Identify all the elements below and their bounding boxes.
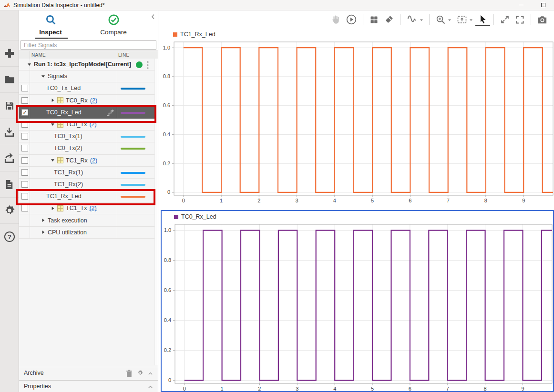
tab-compare[interactable]: Compare [82,10,145,40]
checkbox-tc0-tx-2[interactable] [21,145,28,151]
minimize-button[interactable] [510,0,532,10]
tree-row-tc0-tx-led[interactable]: TC0_Tx_Led [19,82,154,94]
checkbox-tc0-tx-1[interactable] [21,133,28,140]
legend-label: TC1_Rx_Led [180,31,215,38]
playback-button[interactable] [343,13,359,26]
minimize-icon [519,5,523,5]
pointer-button[interactable] [475,13,490,26]
row-label: TC1_Tx(2) [51,202,97,214]
trash-icon[interactable] [126,370,133,379]
signal-count-link[interactable]: (2) [89,205,96,211]
svg-text:5: 5 [371,386,374,391]
sidebar-help-button[interactable]: ? [0,223,19,250]
svg-text:6: 6 [409,386,411,391]
filter-signals-input[interactable] [21,40,156,50]
row-label: TC1_Rx(2) [51,155,97,166]
kebab-menu-icon[interactable] [147,61,149,70]
tree-row-cpu-utilization[interactable]: CPU utilization [19,227,154,239]
hand-button[interactable] [328,13,343,26]
tree-row-tc0-tx-1[interactable]: TC0_Tx(1) [19,131,154,142]
row-label: CPU utilization [41,227,87,238]
signal-count-link[interactable]: (2) [90,157,97,164]
tree-row-task-execution[interactable]: Task execution [19,214,154,226]
app-sidebar: ? [0,10,19,392]
checkbox-tc1-rx-led[interactable] [21,193,28,200]
subplot-2-selected[interactable]: TC0_Rx_Led 012345678900.20.40.60.81.0 [161,210,554,392]
row-label: TC0_Rx_Led [46,107,82,118]
sidebar-save-button[interactable] [0,92,19,119]
tree-row-tc1-rx[interactable]: TC1_Rx(2) [19,155,154,167]
svg-text:0.6: 0.6 [164,287,171,293]
fullscreen-button[interactable] [513,14,527,26]
signal-name: TC0_Tx [66,121,87,128]
tree-row-tc0-rx[interactable]: TC0_Rx(2) [19,95,154,107]
subplot-1[interactable]: TC1_Rx_Led 012345678900.20.40.60.81.0 [161,29,554,210]
archive-collapse-chevron-icon[interactable] [148,370,153,378]
dropdown-caret-icon[interactable] [448,15,451,24]
signal-panel: Inspect Compare NAME LINE Run 1: tc3x_Ip… [19,10,158,392]
svg-text:5: 5 [371,198,374,203]
tree-row-tc1-rx-2[interactable]: TC1_Rx(2) [19,179,154,191]
checkbox-tc0-tx[interactable] [21,121,28,128]
checkbox-tc1-rx-2[interactable] [21,181,28,188]
svg-text:0.8: 0.8 [164,257,171,263]
caret-right-icon[interactable] [51,206,55,211]
caret-right-icon[interactable] [41,218,45,222]
signal-count-link[interactable]: (2) [89,121,96,128]
subplot-grid-button[interactable] [367,14,381,26]
checkbox-tc0-tx-led[interactable] [21,85,28,91]
gear-icon [3,204,16,217]
caret-right-icon[interactable] [41,230,45,234]
maximize-button[interactable] [532,0,554,10]
signal-name: TC1_Rx(2) [54,181,83,188]
caret-right-icon[interactable] [51,98,55,102]
properties-collapse-chevron-icon[interactable] [148,383,153,392]
tree-row-signals[interactable]: Signals [19,70,154,82]
collapse-panel-icon[interactable] [151,13,155,21]
tab-inspect[interactable]: Inspect [19,10,82,40]
checkbox-tc0-rx-led[interactable]: ✓ [21,109,28,116]
caret-down-icon[interactable] [51,158,55,162]
signal-name: CPU utilization [48,229,87,236]
sidebar-report-button[interactable] [0,171,19,197]
tree-row-tc0-rx-led[interactable]: ✓TC0_Rx_Led [19,107,154,119]
checkbox-tc1-tx[interactable] [21,205,28,211]
tree-row-tc1-rx-1[interactable]: TC1_Rx(1) [19,167,154,179]
row-label: TC1_Rx(2) [54,179,83,190]
tree-row-tc1-rx-led[interactable]: TC1_Rx_Led [19,191,154,202]
playback-icon [346,14,357,25]
checkbox-tc1-rx-1[interactable] [21,169,28,176]
dropdown-caret-icon[interactable] [469,15,473,24]
tree-row-tc0-tx-2[interactable]: TC0_Tx(2) [19,142,154,154]
caret-down-icon[interactable] [41,74,45,79]
properties-bar[interactable]: Properties [19,380,158,392]
sidebar-import-button[interactable] [0,119,19,145]
sidebar-add-button[interactable] [0,40,19,66]
caret-down-icon[interactable] [27,62,31,67]
dropdown-caret-icon[interactable] [420,15,423,24]
zoom-in-button[interactable] [433,13,454,26]
archive-bar[interactable]: Archive [19,367,158,379]
sidebar-export-button[interactable] [0,145,19,171]
subplot-2-legend: TC0_Rx_Led [174,213,216,220]
stairstep-icon [106,110,114,118]
checkbox-tc1-rx[interactable] [21,157,28,164]
signal-style-button[interactable] [404,13,426,27]
run-row-run-1-tc3x-ipctopmodel-current[interactable]: Run 1: tc3x_IpcTopModel[Current] [19,59,154,70]
camera-button[interactable] [534,13,550,26]
signal-name: TC0_Rx_Led [46,109,82,116]
checkbox-tc0-rx[interactable] [21,97,28,104]
caret-down-icon[interactable] [51,122,55,127]
signal-count-link[interactable]: (2) [90,97,97,104]
clear-eraser-button[interactable] [381,13,397,26]
sidebar-open-button[interactable] [0,66,19,92]
signal-name: TC1_Tx [66,205,87,211]
tree-row-tc0-tx[interactable]: TC0_Tx(2) [19,119,154,131]
scrollbar-track[interactable] [154,59,158,365]
archive-settings-gear-icon[interactable] [137,370,144,378]
signal-name: TC0_Tx(2) [54,145,82,151]
sidebar-preferences-button[interactable] [0,197,19,223]
tree-row-tc1-tx[interactable]: TC1_Tx(2) [19,202,154,214]
expand-button[interactable] [497,13,513,26]
fit-to-view-button[interactable] [454,13,475,26]
